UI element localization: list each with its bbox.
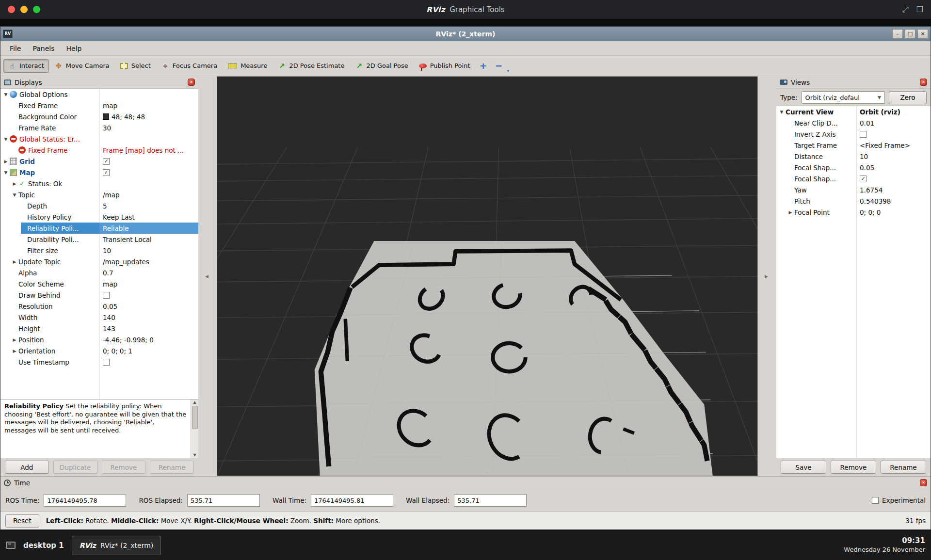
desktop-indicator[interactable]: desktop 1	[23, 541, 64, 550]
views-row-invert-z-axis[interactable]: Invert Z Axis	[776, 128, 931, 140]
tool-2d-pose-estimate[interactable]: 2D Pose Estimate	[273, 59, 349, 73]
displays-row-alpha[interactable]: Alpha0.7	[0, 267, 198, 278]
expander-closed-icon[interactable]: ▶	[11, 181, 18, 186]
windows-icon[interactable]: ❐	[916, 5, 923, 14]
add-button[interactable]: Add	[5, 461, 49, 474]
displays-panel-header[interactable]: Displays ✕	[0, 76, 198, 89]
property-value[interactable]: 143	[99, 323, 198, 334]
displays-row-fixed-frame[interactable]: Fixed Framemap	[0, 100, 198, 111]
displays-row-depth[interactable]: Depth5	[0, 200, 198, 211]
terminal-icon[interactable]	[6, 542, 16, 549]
property-value[interactable]: Keep Last	[99, 211, 198, 223]
property-value[interactable]	[99, 289, 198, 301]
displays-row-map[interactable]: ▼Map	[0, 167, 198, 178]
taskbar-window-tab[interactable]: RViz RViz* (2_xterm)	[72, 536, 161, 555]
menu-panels[interactable]: Panels	[27, 43, 60, 54]
clock[interactable]: 09:31 Wednesday 26 November	[844, 536, 925, 554]
experimental-toggle[interactable]: Experimental	[872, 496, 926, 504]
property-value[interactable]: <Fixed Frame>	[856, 140, 931, 151]
expander-open-icon[interactable]: ▼	[11, 192, 18, 197]
time-field-input[interactable]	[454, 494, 527, 507]
maximize-button[interactable]: □	[905, 29, 915, 39]
checkbox-checked[interactable]	[103, 169, 110, 176]
expander-open-icon[interactable]: ▼	[2, 170, 10, 175]
views-row-focal-point[interactable]: ▶Focal Point0; 0; 0	[776, 207, 931, 218]
time-field-input[interactable]	[311, 494, 393, 507]
close-displays-icon[interactable]: ✕	[188, 79, 195, 86]
property-value[interactable]	[99, 356, 198, 368]
property-value[interactable]	[99, 178, 198, 189]
expander-open-icon[interactable]: ▼	[2, 92, 10, 97]
displays-row-grid[interactable]: ▶Grid	[0, 156, 198, 167]
expander-closed-icon[interactable]: ▶	[11, 349, 18, 353]
tool-2d-goal-pose[interactable]: 2D Goal Pose	[350, 59, 413, 73]
views-row-current-view[interactable]: ▼Current ViewOrbit (rviz)	[776, 106, 931, 117]
property-value[interactable]: 0; 0; 0	[856, 207, 931, 218]
property-value[interactable]: 48; 48; 48	[99, 111, 198, 122]
views-row-pitch[interactable]: Pitch0.540398	[776, 195, 931, 207]
zero-button[interactable]: Zero	[889, 91, 927, 104]
displays-row-draw-behind[interactable]: Draw Behind	[0, 289, 198, 301]
time-panel-header[interactable]: Time ✕	[0, 477, 931, 489]
scroll-up-icon[interactable]: ▲	[193, 400, 196, 405]
property-value[interactable]: 0; 0; 0; 1	[99, 345, 198, 356]
time-field-input[interactable]	[187, 494, 260, 507]
property-value[interactable]: 1.6754	[856, 184, 931, 195]
property-value[interactable]: 0.7	[99, 267, 198, 278]
property-value[interactable]: -4.46; -0.998; 0	[99, 334, 198, 345]
close-button[interactable]: ×	[917, 29, 928, 39]
displays-row-history-policy[interactable]: History PolicyKeep Last	[0, 211, 198, 223]
expander-closed-icon[interactable]: ▶	[11, 259, 18, 264]
zoom-window-icon[interactable]	[33, 6, 40, 13]
right-splitter[interactable]: ▶	[758, 76, 776, 476]
views-row-focal-shap-[interactable]: Focal Shap...	[776, 173, 931, 184]
expander-closed-icon[interactable]: ▶	[2, 159, 10, 164]
displays-row-height[interactable]: Height143	[0, 323, 198, 334]
time-field-input[interactable]	[44, 494, 126, 507]
remove-button[interactable]: Remove	[831, 461, 876, 474]
views-row-distance[interactable]: Distance10	[776, 151, 931, 162]
close-time-icon[interactable]: ✕	[920, 479, 927, 486]
bottom-splitter-handle[interactable]: ···	[484, 469, 491, 476]
view-type-dropdown[interactable]: Orbit (rviz_defaul ▼	[802, 91, 885, 104]
property-value[interactable]	[856, 128, 931, 140]
displays-row-global-status-er-[interactable]: ▼Global Status: Er...	[0, 133, 198, 144]
close-views-icon[interactable]: ✕	[920, 79, 927, 86]
displays-row-frame-rate[interactable]: Frame Rate30	[0, 122, 198, 133]
property-value[interactable]: 0.05	[856, 162, 931, 173]
property-value[interactable]: map	[99, 278, 198, 289]
rename-button[interactable]: Rename	[881, 461, 926, 474]
experimental-checkbox[interactable]	[872, 497, 879, 504]
property-value[interactable]: 140	[99, 312, 198, 323]
views-row-yaw[interactable]: Yaw1.6754	[776, 184, 931, 195]
checkbox-unchecked[interactable]	[860, 131, 867, 138]
displays-row-durability-poli-[interactable]: Durability Poli...Transient Local	[0, 234, 198, 245]
property-value[interactable]: 10	[856, 151, 931, 162]
tool-measure[interactable]: Measure	[223, 59, 272, 72]
displays-row-use-timestamp[interactable]: Use Timestamp	[0, 356, 198, 368]
close-window-icon[interactable]	[8, 6, 15, 13]
property-value[interactable]	[99, 89, 198, 100]
property-value[interactable]	[99, 156, 198, 167]
displays-row-reliability-poli-[interactable]: Reliability Poli...Reliable	[0, 223, 198, 234]
displays-row-update-topic[interactable]: ▶Update Topic/map_updates	[0, 256, 198, 267]
property-value[interactable]: 0.05	[99, 301, 198, 312]
property-value[interactable]	[856, 173, 931, 184]
displays-row-position[interactable]: ▶Position-4.46; -0.998; 0	[0, 334, 198, 345]
checkbox-checked[interactable]	[860, 176, 867, 182]
checkbox-checked[interactable]	[103, 158, 110, 165]
save-button[interactable]: Save	[781, 461, 826, 474]
reset-button[interactable]: Reset	[5, 514, 39, 528]
displays-row-status-ok[interactable]: ▶Status: Ok	[0, 178, 198, 189]
views-row-target-frame[interactable]: Target Frame<Fixed Frame>	[776, 140, 931, 151]
tool-move-camera[interactable]: Move Camera	[50, 59, 114, 73]
views-panel-header[interactable]: Views ✕	[776, 76, 931, 89]
render-viewport-3d[interactable]: ···	[217, 76, 758, 476]
left-splitter[interactable]: ◀	[198, 76, 217, 476]
displays-row-orientation[interactable]: ▶Orientation0; 0; 0; 1	[0, 345, 198, 356]
displays-row-fixed-frame[interactable]: Fixed FrameFrame [map] does not ...	[0, 144, 198, 156]
displays-row-topic[interactable]: ▼Topic/map	[0, 189, 198, 200]
property-value[interactable]: /map_updates	[99, 256, 198, 267]
displays-row-resolution[interactable]: Resolution0.05	[0, 301, 198, 312]
menu-help[interactable]: Help	[61, 43, 87, 54]
